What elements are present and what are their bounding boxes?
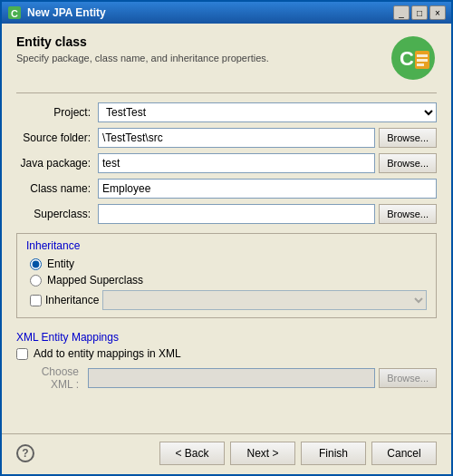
java-package-label: Java package: bbox=[16, 157, 98, 170]
source-folder-label: Source folder: bbox=[16, 131, 98, 144]
header-section: Entity class Specify package, class name… bbox=[16, 34, 437, 82]
inheritance-checkbox-label[interactable]: Inheritance bbox=[45, 294, 99, 306]
java-package-browse-button[interactable]: Browse... bbox=[379, 153, 437, 173]
bottom-left: ? bbox=[16, 444, 34, 462]
svg-rect-5 bbox=[417, 54, 428, 57]
xml-checkbox[interactable] bbox=[16, 348, 28, 360]
next-button[interactable]: Next > bbox=[230, 442, 295, 465]
bottom-bar: ? < Back Next > Finish Cancel bbox=[2, 433, 451, 474]
dialog-subtitle: Specify package, class name, and inherit… bbox=[16, 53, 390, 63]
entity-radio-label[interactable]: Entity bbox=[47, 257, 74, 270]
source-folder-input[interactable] bbox=[98, 128, 375, 148]
project-label: Project: bbox=[16, 106, 98, 119]
svg-text:C: C bbox=[11, 8, 18, 19]
minimize-button[interactable]: _ bbox=[393, 5, 410, 20]
xml-section-title: XML Entity Mappings bbox=[16, 331, 437, 344]
xml-section: XML Entity Mappings Add to entity mappin… bbox=[16, 331, 437, 391]
back-button[interactable]: < Back bbox=[159, 442, 225, 465]
source-folder-wrap: Browse... bbox=[98, 128, 437, 148]
svg-rect-6 bbox=[417, 59, 428, 62]
mapped-superclass-radio-row: Mapped Superclass bbox=[26, 274, 427, 287]
svg-text:C: C bbox=[400, 47, 414, 70]
inheritance-checkbox[interactable] bbox=[30, 295, 42, 306]
inheritance-section-title: Inheritance bbox=[26, 239, 427, 252]
header-text: Entity class Specify package, class name… bbox=[16, 34, 390, 63]
superclass-input[interactable] bbox=[98, 204, 375, 224]
inheritance-checkbox-row: Inheritance bbox=[26, 290, 427, 310]
inheritance-group: Inheritance Entity Mapped Superclass Inh… bbox=[16, 233, 437, 318]
choose-xml-input[interactable] bbox=[88, 368, 375, 388]
close-button[interactable]: × bbox=[429, 5, 446, 20]
cancel-button[interactable]: Cancel bbox=[371, 442, 437, 465]
java-package-wrap: Browse... bbox=[98, 153, 437, 173]
project-input-wrap: TestTest bbox=[98, 102, 437, 122]
project-row: Project: TestTest bbox=[16, 102, 437, 122]
window-title: New JPA Entity bbox=[27, 6, 106, 19]
class-name-input[interactable] bbox=[98, 179, 437, 199]
xml-checkbox-label[interactable]: Add to entity mappings in XML bbox=[34, 347, 181, 360]
class-name-label: Class name: bbox=[16, 182, 98, 195]
source-folder-browse-button[interactable]: Browse... bbox=[379, 128, 437, 148]
xml-checkbox-row: Add to entity mappings in XML bbox=[16, 347, 437, 360]
class-name-row: Class name: bbox=[16, 179, 437, 199]
choose-xml-label: Choose XML : bbox=[16, 365, 84, 391]
window-icon: C bbox=[7, 5, 22, 20]
mapped-superclass-radio-label[interactable]: Mapped Superclass bbox=[47, 274, 143, 287]
source-folder-row: Source folder: Browse... bbox=[16, 128, 437, 148]
help-button[interactable]: ? bbox=[16, 444, 34, 462]
jpa-logo: C bbox=[390, 34, 437, 82]
superclass-row: Superclass: Browse... bbox=[16, 204, 437, 224]
superclass-wrap: Browse... bbox=[98, 204, 437, 224]
mapped-superclass-radio[interactable] bbox=[30, 275, 42, 287]
title-bar: C New JPA Entity _ □ × bbox=[2, 2, 451, 24]
project-select[interactable]: TestTest bbox=[98, 102, 437, 122]
entity-radio[interactable] bbox=[30, 258, 42, 270]
superclass-label: Superclass: bbox=[16, 208, 98, 220]
xml-browse-button[interactable]: Browse... bbox=[379, 368, 437, 388]
class-name-wrap bbox=[98, 179, 437, 199]
finish-button[interactable]: Finish bbox=[301, 442, 366, 465]
superclass-browse-button[interactable]: Browse... bbox=[379, 204, 437, 224]
title-bar-left: C New JPA Entity bbox=[7, 5, 106, 20]
entity-radio-row: Entity bbox=[26, 257, 427, 270]
java-package-input[interactable] bbox=[98, 153, 375, 173]
inheritance-type-select[interactable] bbox=[102, 290, 427, 310]
maximize-button[interactable]: □ bbox=[411, 5, 428, 20]
form-section: Project: TestTest Source folder: Browse.… bbox=[16, 102, 437, 426]
dialog-content: Entity class Specify package, class name… bbox=[2, 24, 451, 433]
main-window: C New JPA Entity _ □ × Entity class Spec… bbox=[0, 0, 453, 476]
java-package-row: Java package: Browse... bbox=[16, 153, 437, 173]
svg-rect-7 bbox=[417, 63, 424, 66]
xml-file-row: Choose XML : Browse... bbox=[16, 365, 437, 391]
title-buttons: _ □ × bbox=[393, 5, 446, 20]
dialog-title: Entity class bbox=[16, 34, 390, 49]
header-divider bbox=[16, 92, 437, 93]
bottom-buttons: < Back Next > Finish Cancel bbox=[159, 442, 437, 465]
